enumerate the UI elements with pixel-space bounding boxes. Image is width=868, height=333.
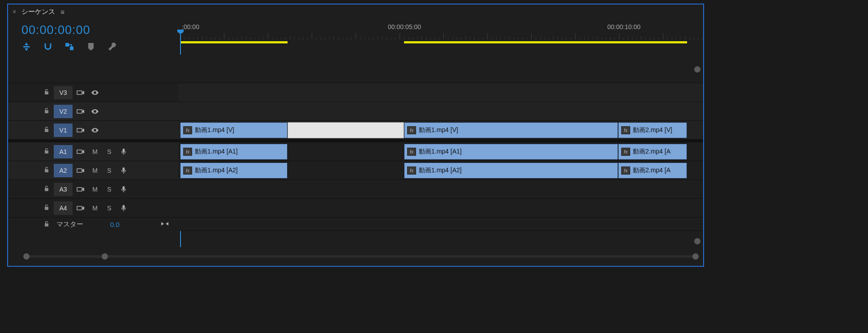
lock-icon[interactable] [41, 148, 52, 156]
lock-icon[interactable] [41, 166, 52, 175]
vertical-scrollbar[interactable] [694, 66, 700, 244]
track-header-a2[interactable]: A2 M S [8, 161, 178, 180]
close-tab-icon[interactable]: × [13, 8, 16, 15]
track-label[interactable]: V2 [54, 105, 73, 118]
fx-badge[interactable]: fx [183, 126, 192, 134]
track-lane-a3[interactable] [178, 180, 703, 199]
master-label: マスター [56, 220, 83, 229]
source-patch-icon[interactable] [74, 186, 87, 192]
fx-badge[interactable]: fx [621, 166, 630, 175]
track-header-a3[interactable]: A3 M S [8, 180, 178, 199]
panel-menu-icon[interactable]: ≡ [60, 8, 64, 16]
track-label[interactable]: A3 [54, 183, 73, 196]
fx-badge[interactable]: fx [621, 148, 630, 156]
solo-button[interactable]: S [103, 205, 116, 212]
eye-icon[interactable] [89, 127, 101, 133]
track-area[interactable]: fx動画1.mp4 [V]fx動画1.mp4 [V]fx動画2.mp4 [V] … [178, 55, 703, 231]
time-ruler[interactable]: :00:00 00:00:05:00 00:00:10:00 [178, 19, 703, 55]
master-track-header[interactable]: マスター 0.0 [8, 218, 178, 231]
mute-button[interactable]: M [89, 167, 101, 174]
clip-name: 動画2.mp4 [A [633, 166, 670, 175]
work-area-bar[interactable] [404, 41, 687, 43]
eye-icon[interactable] [89, 108, 101, 115]
voice-record-icon[interactable] [117, 205, 130, 212]
source-patch-icon[interactable] [74, 205, 87, 211]
clip[interactable]: fx動画2.mp4 [A [618, 144, 687, 160]
clip-name: 動画1.mp4 [V] [419, 126, 458, 134]
clip[interactable]: fx動画1.mp4 [A1] [404, 144, 618, 160]
horizontal-zoom-scrollbar[interactable] [14, 253, 699, 260]
lock-icon[interactable] [41, 107, 52, 115]
clip-name: 動画1.mp4 [A1] [419, 148, 462, 156]
track-headers: V3 V2 V1 A1 M S [8, 55, 178, 231]
track-lane-a2[interactable]: fx動画1.mp4 [A2]fx動画1.mp4 [A2]fx動画2.mp4 [A [178, 161, 703, 180]
voice-record-icon[interactable] [117, 167, 130, 174]
mute-button[interactable]: M [89, 205, 101, 212]
voice-record-icon[interactable] [117, 148, 130, 155]
clip[interactable]: fx動画1.mp4 [V] [404, 122, 618, 138]
voice-record-icon[interactable] [117, 186, 130, 193]
current-timecode[interactable]: 00:00:00:00 [21, 23, 178, 37]
clip-name: 動画1.mp4 [A1] [195, 148, 238, 156]
svg-rect-5 [77, 188, 82, 191]
track-label[interactable]: A4 [54, 201, 73, 215]
clip[interactable]: fx動画2.mp4 [A [618, 162, 687, 179]
lock-icon[interactable] [41, 221, 52, 228]
track-header-a1[interactable]: A1 M S [8, 142, 178, 161]
fx-badge[interactable]: fx [407, 126, 416, 134]
track-label[interactable]: A1 [54, 145, 73, 158]
ruler-label: 00:00:05:00 [388, 23, 421, 30]
track-lane-master[interactable] [178, 218, 703, 231]
clip[interactable]: fx動画2.mp4 [V] [618, 122, 687, 138]
insert-mode-icon[interactable] [21, 42, 31, 51]
tab-bar: × シーケンス ≡ [8, 4, 703, 19]
lock-icon[interactable] [41, 89, 52, 97]
solo-button[interactable]: S [103, 167, 116, 174]
track-lane-a4[interactable] [178, 199, 703, 218]
track-header-a4[interactable]: A4 M S [8, 199, 178, 218]
track-label[interactable]: V1 [54, 124, 73, 137]
eye-icon[interactable] [89, 90, 101, 96]
clip[interactable] [288, 122, 404, 138]
fx-badge[interactable]: fx [183, 148, 192, 156]
clip[interactable]: fx動画1.mp4 [A2] [404, 162, 618, 179]
mute-button[interactable]: M [89, 148, 101, 155]
track-header-v2[interactable]: V2 [8, 102, 178, 121]
output-icon[interactable] [160, 221, 169, 228]
fx-badge[interactable]: fx [407, 166, 416, 175]
lock-icon[interactable] [41, 204, 52, 212]
fx-badge[interactable]: fx [407, 148, 416, 156]
clip[interactable]: fx動画1.mp4 [A1] [180, 144, 288, 160]
source-patch-icon[interactable] [74, 108, 87, 115]
track-label[interactable]: A2 [54, 164, 73, 177]
track-lane-v2[interactable] [178, 102, 703, 121]
source-patch-icon[interactable] [74, 167, 87, 174]
svg-rect-6 [77, 206, 82, 210]
track-lane-a1[interactable]: fx動画1.mp4 [A1]fx動画1.mp4 [A1]fx動画2.mp4 [A [178, 142, 703, 161]
fx-badge[interactable]: fx [183, 166, 192, 175]
source-patch-icon[interactable] [74, 90, 87, 96]
tab-title[interactable]: シーケンス [21, 8, 55, 16]
linked-selection-icon[interactable] [64, 42, 74, 51]
track-lane-v3[interactable] [178, 83, 703, 102]
lock-icon[interactable] [41, 126, 52, 134]
source-patch-icon[interactable] [74, 149, 87, 155]
master-value[interactable]: 0.0 [110, 221, 120, 228]
settings-wrench-icon[interactable] [107, 42, 117, 51]
track-label[interactable]: V3 [54, 86, 73, 99]
track-header-v3[interactable]: V3 [8, 83, 178, 102]
snap-icon[interactable] [43, 42, 53, 51]
svg-rect-3 [77, 150, 82, 154]
marker-icon[interactable] [86, 42, 96, 51]
mute-button[interactable]: M [89, 186, 101, 193]
clip[interactable]: fx動画1.mp4 [A2] [180, 162, 288, 179]
track-header-v1[interactable]: V1 [8, 121, 178, 140]
track-lane-v1[interactable]: fx動画1.mp4 [V]fx動画1.mp4 [V]fx動画2.mp4 [V] [178, 121, 703, 140]
clip[interactable]: fx動画1.mp4 [V] [180, 122, 288, 138]
solo-button[interactable]: S [103, 186, 116, 193]
solo-button[interactable]: S [103, 148, 116, 155]
fx-badge[interactable]: fx [621, 126, 630, 134]
source-patch-icon[interactable] [74, 127, 87, 133]
lock-icon[interactable] [41, 185, 52, 193]
work-area-bar[interactable] [180, 41, 288, 43]
